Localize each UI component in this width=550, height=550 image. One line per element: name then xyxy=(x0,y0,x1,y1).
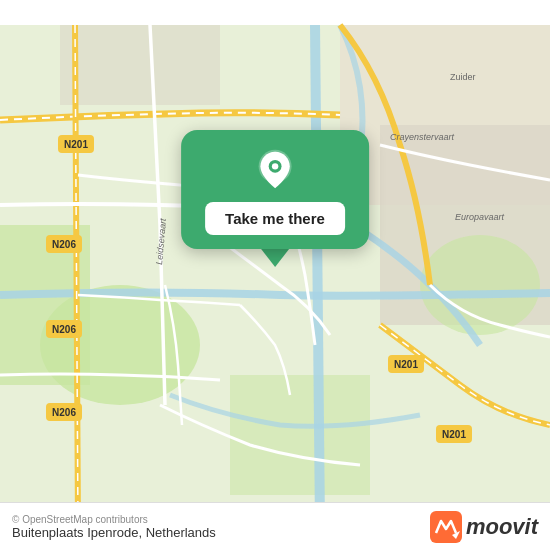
svg-text:N206: N206 xyxy=(52,239,76,250)
moovit-logo-text: moovit xyxy=(466,514,538,540)
footer-location: Buitenplaats Ipenrode, Netherlands xyxy=(12,525,216,540)
location-pin-icon xyxy=(253,148,297,192)
svg-rect-3 xyxy=(60,25,220,105)
svg-text:N201: N201 xyxy=(394,359,418,370)
svg-point-27 xyxy=(272,163,278,169)
footer: © OpenStreetMap contributors Buitenplaat… xyxy=(0,502,550,550)
footer-copyright: © OpenStreetMap contributors xyxy=(12,514,216,525)
map-container: N201 N206 N206 N206 N201 N201 Europavaar… xyxy=(0,0,550,550)
moovit-icon xyxy=(430,511,462,543)
footer-info: © OpenStreetMap contributors Buitenplaat… xyxy=(12,514,216,540)
popup: Take me there xyxy=(181,130,369,267)
svg-rect-6 xyxy=(230,375,370,495)
popup-tail xyxy=(261,249,289,267)
take-me-there-button[interactable]: Take me there xyxy=(205,202,345,235)
svg-text:N206: N206 xyxy=(52,324,76,335)
svg-text:N201: N201 xyxy=(64,139,88,150)
svg-text:N201: N201 xyxy=(442,429,466,440)
moovit-logo: moovit xyxy=(430,511,538,543)
svg-text:Zuider: Zuider xyxy=(450,72,476,82)
svg-text:N206: N206 xyxy=(52,407,76,418)
svg-text:Europavaart: Europavaart xyxy=(455,212,505,222)
svg-text:Crayenstervaart: Crayenstervaart xyxy=(390,132,455,142)
popup-bubble: Take me there xyxy=(181,130,369,249)
